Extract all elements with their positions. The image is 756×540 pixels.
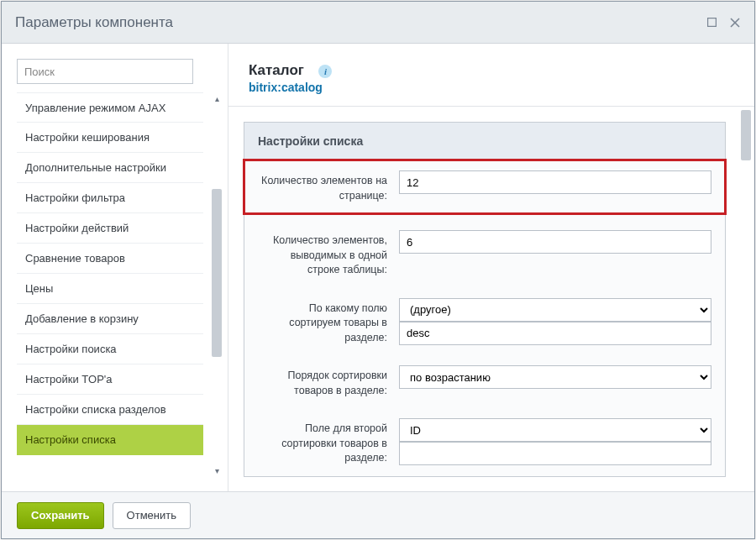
sidebar-item[interactable]: Цены — [17, 274, 203, 304]
sidebar: Управление режимом AJAXНастройки кеширов… — [2, 44, 228, 491]
field-sort-field: По какому полю сортируем товары в раздел… — [244, 288, 725, 356]
sort-field2-input[interactable] — [399, 442, 711, 465]
sidebar-item[interactable]: Настройки кеширования — [17, 123, 203, 153]
scroll-up-icon[interactable]: ▴ — [211, 92, 223, 104]
maximize-icon[interactable] — [706, 17, 717, 29]
svg-rect-0 — [707, 18, 716, 27]
main-panel: Каталог i bitrix:catalog Настройки списк… — [228, 44, 754, 491]
scroll-down-icon[interactable]: ▾ — [211, 464, 223, 476]
sidebar-item[interactable]: Настройки списка — [17, 425, 203, 455]
sidebar-item[interactable]: Дополнительные настройки — [17, 153, 203, 183]
row-count-input[interactable] — [399, 230, 711, 254]
sidebar-item[interactable]: Настройки поиска — [17, 334, 203, 364]
sort-field-input[interactable] — [399, 322, 711, 345]
field-sort-order: Порядок сортировки товаров в разделе: по… — [244, 355, 725, 408]
window-title: Параметры компонента — [15, 14, 173, 31]
sidebar-item[interactable]: Настройки списка разделов — [17, 395, 203, 425]
dialog-body: Управление режимом AJAXНастройки кеширов… — [2, 44, 754, 491]
sidebar-item[interactable]: Настройки TOP'а — [17, 364, 203, 395]
cancel-button[interactable]: Отменить — [113, 502, 191, 529]
sidebar-item[interactable]: Настройки фильтра — [17, 183, 203, 213]
form-scroll-thumb[interactable] — [741, 110, 751, 160]
sidebar-item[interactable]: Сравнение товаров — [17, 244, 203, 274]
field-label: Порядок сортировки товаров в разделе: — [258, 365, 399, 398]
field-row-count: Количество элементов, выводимых в одной … — [244, 220, 725, 288]
field-label: Количество элементов, выводимых в одной … — [258, 230, 399, 278]
dialog-window: Параметры компонента Управление режимом … — [1, 1, 755, 539]
sidebar-scrollbar[interactable]: ▴ ▾ — [211, 92, 223, 476]
main-header: Каталог i bitrix:catalog — [228, 44, 754, 106]
footer: Сохранить Отменить — [2, 491, 754, 538]
sort-field-select[interactable]: (другое) — [399, 298, 711, 322]
close-icon[interactable] — [729, 17, 741, 29]
sidebar-item[interactable]: Настройки действий — [17, 213, 203, 244]
component-code: bitrix:catalog — [249, 81, 332, 94]
field-label: Поле для второй сортировки товаров в раз… — [258, 418, 399, 466]
save-button[interactable]: Сохранить — [17, 502, 104, 529]
form-scrollbar[interactable] — [741, 110, 751, 488]
nav-wrap: Управление режимом AJAXНастройки кеширов… — [17, 92, 228, 476]
page-title: Каталог — [249, 62, 304, 79]
search-input[interactable] — [17, 59, 193, 84]
scroll-thumb[interactable] — [212, 189, 222, 357]
field-label: Количество элементов на странице: — [258, 170, 399, 203]
field-sort-field-2: Поле для второй сортировки товаров в раз… — [244, 408, 725, 476]
page-count-input[interactable] — [399, 170, 711, 194]
section-panel: Настройки списка Количество элементов на… — [244, 122, 726, 477]
sort-field2-select[interactable]: ID — [399, 418, 711, 442]
titlebar: Параметры компонента — [2, 2, 754, 44]
section-title: Настройки списка — [244, 123, 725, 160]
sort-order-select[interactable]: по возрастанию — [399, 365, 711, 389]
field-label: По какому полю сортируем товары в раздел… — [258, 298, 399, 346]
form-scroll: Настройки списка Количество элементов на… — [228, 106, 754, 491]
field-page-count: Количество элементов на странице: — [244, 160, 725, 213]
nav-list: Управление режимом AJAXНастройки кеширов… — [17, 92, 203, 476]
sidebar-item[interactable]: Добавление в корзину — [17, 304, 203, 334]
sidebar-item[interactable]: Управление режимом AJAX — [17, 92, 203, 123]
info-icon[interactable]: i — [318, 65, 332, 78]
